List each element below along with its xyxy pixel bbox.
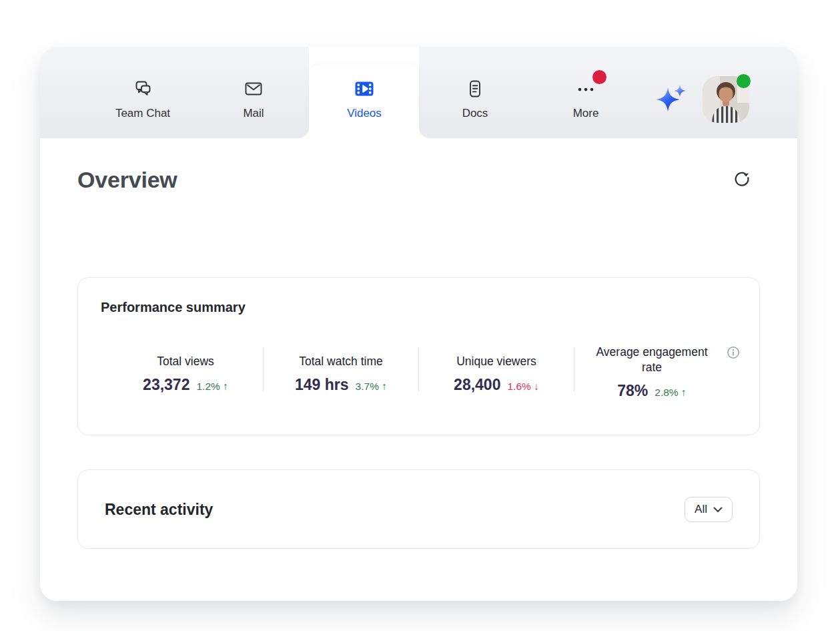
online-status-dot [737, 74, 751, 88]
trend-down-arrow: ↓ [534, 381, 539, 392]
tab-label: Docs [462, 107, 488, 120]
more-icon [576, 79, 596, 99]
metric-label: Average engagement rate [594, 345, 711, 375]
ai-companion-icon [653, 81, 688, 118]
metric-value: 149 hrs [295, 376, 349, 394]
tab-more[interactable]: More [530, 47, 641, 138]
navbar-right-cluster [653, 47, 797, 138]
activity-filter-dropdown[interactable]: All [685, 497, 733, 522]
filter-selected-value: All [695, 503, 707, 516]
navbar: Team Chat Mail [40, 47, 797, 138]
tab-bar: Team Chat Mail [87, 47, 641, 138]
refresh-button[interactable] [731, 169, 753, 192]
metric-delta: 1.2% ↑ [196, 381, 228, 393]
trend-up-arrow: ↑ [382, 381, 387, 392]
performance-summary-title: Performance summary [101, 300, 246, 315]
team-chat-icon [133, 79, 153, 99]
info-icon [727, 346, 740, 359]
tab-mail[interactable]: Mail [198, 47, 309, 138]
docs-icon [465, 79, 485, 99]
metric-value: 78% [617, 382, 648, 400]
trend-up-arrow: ↑ [223, 381, 228, 392]
tab-label: Videos [347, 107, 382, 120]
metric-delta: 1.6% ↓ [507, 381, 538, 393]
videos-icon [354, 79, 374, 99]
ai-companion-button[interactable] [653, 82, 688, 117]
user-avatar[interactable] [703, 76, 749, 123]
metric-delta: 2.8% ↑ [655, 387, 686, 399]
metric-average-engagement-rate: Average engagement rate 78% 2.8% ↑ [574, 345, 729, 400]
metric-label: Unique viewers [456, 354, 536, 369]
metric-label: Total views [157, 354, 214, 369]
trend-up-arrow: ↑ [681, 387, 687, 398]
refresh-icon [731, 168, 753, 192]
recent-activity-title: Recent activity [105, 500, 213, 518]
tab-team-chat[interactable]: Team Chat [87, 47, 198, 138]
metric-unique-viewers: Unique viewers 28,400 1.6% ↓ [419, 345, 574, 394]
mail-icon [244, 79, 264, 99]
notification-badge [592, 70, 606, 84]
performance-summary-card: Performance summary Total views 23,372 1… [77, 277, 760, 435]
metrics-row: Total views 23,372 1.2% ↑ Total watch ti… [108, 345, 729, 400]
metric-label: Total watch time [299, 354, 382, 369]
tab-videos[interactable]: Videos [309, 47, 420, 138]
metric-value: 28,400 [454, 376, 500, 394]
app-window: Team Chat Mail [40, 47, 797, 601]
main-content: Overview Performance summary Total views… [40, 138, 797, 601]
metric-total-watch-time: Total watch time 149 hrs 3.7% ↑ [264, 345, 418, 394]
tab-docs[interactable]: Docs [420, 47, 530, 138]
metric-total-views: Total views 23,372 1.2% ↑ [108, 345, 263, 394]
metric-value: 23,372 [143, 376, 189, 394]
metric-delta: 3.7% ↑ [356, 381, 387, 393]
tab-label: More [573, 107, 599, 120]
recent-activity-card: Recent activity All [77, 469, 760, 549]
info-button[interactable] [727, 346, 740, 359]
tab-label: Team Chat [115, 107, 170, 120]
tab-label: Mail [243, 107, 264, 120]
chevron-down-icon [713, 503, 723, 515]
page-title: Overview [77, 167, 177, 193]
